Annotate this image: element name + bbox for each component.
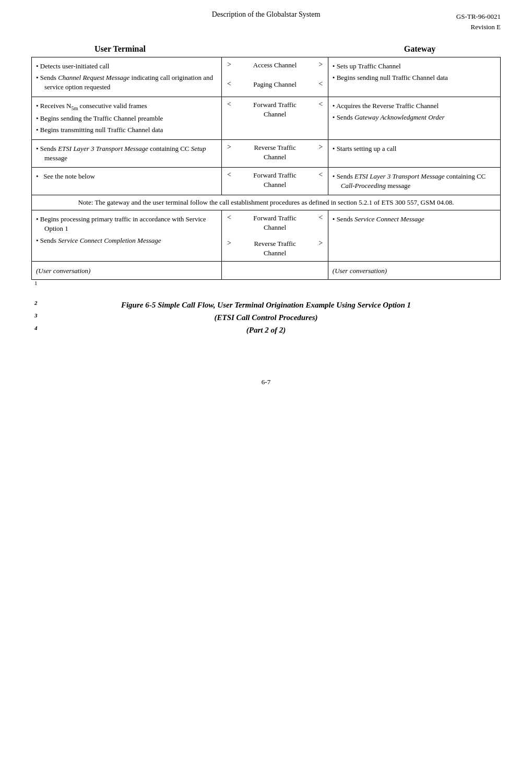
user-label: User Terminal	[94, 44, 146, 53]
user-bullets-5: See the note below	[36, 171, 217, 182]
ref-line1: GS-TR-96-0021	[456, 13, 501, 20]
user-bullets-4: Sends ETSI Layer 3 Transport Message con…	[36, 143, 217, 164]
ref-line2: Revision E	[471, 23, 501, 31]
arrow-left-3: <	[222, 97, 237, 133]
list-item: Receives N5m consecutive valid frames	[36, 100, 217, 113]
list-item: See the note below	[36, 171, 217, 182]
channel-label-b1: Forward TrafficChannel	[237, 210, 314, 236]
channel-label-b2: Reverse TrafficChannel	[237, 236, 314, 262]
middle-spacer	[209, 44, 339, 54]
page-num-text: 6-7	[262, 378, 270, 386]
list-item: Sends Service Connect Message	[333, 214, 496, 225]
user-cell-4: Sends ETSI Layer 3 Transport Message con…	[32, 139, 222, 167]
list-item: Sends ETSI Layer 3 Transport Message con…	[36, 143, 217, 164]
user-bullets-3: Receives N5m consecutive valid frames Be…	[36, 100, 217, 136]
gateway-label: Gateway	[404, 44, 435, 53]
line-number-1: 1	[34, 280, 38, 286]
table-row: Receives N5m consecutive valid frames Be…	[32, 97, 501, 133]
user-terminal-header: User Terminal	[31, 44, 209, 54]
arrow-right-1: >	[314, 57, 328, 77]
line-number-2: 2	[34, 299, 38, 308]
caption-line-2: (ETSI Call Control Procedures)	[31, 311, 501, 324]
note-cell: Note: The gateway and the user terminal …	[32, 195, 501, 210]
line-num-container: 1	[31, 280, 501, 289]
arrow-right-b1: <	[314, 210, 328, 236]
list-item: Detects user-initiated call	[36, 61, 217, 72]
table-row: (User conversation) (User conversation)	[32, 262, 501, 280]
list-item: Starts setting up a call	[333, 143, 496, 155]
line-number-3: 3	[34, 311, 38, 321]
channel-label-4: Reverse TrafficChannel	[237, 139, 314, 167]
gateway-bullets-3: Acquires the Reverse Traffic Channel Sen…	[333, 100, 496, 123]
user-cell-5: See the note below	[32, 167, 222, 195]
note-row: Note: The gateway and the user terminal …	[32, 195, 501, 210]
list-item: Sends Gateway Acknowledgment Order	[333, 112, 496, 123]
arrow-right-3: <	[314, 97, 328, 133]
caption-line-1: Figure 6-5 Simple Call Flow, User Termin…	[31, 299, 501, 311]
arrow-right-5: <	[314, 167, 328, 195]
caption-line-3: (Part 2 of 2)	[31, 324, 501, 336]
gateway-cell-b1: Sends Service Connect Message	[328, 210, 500, 262]
arrow-left-b2: >	[222, 236, 237, 262]
list-item: Sets up Traffic Channel	[333, 61, 496, 72]
channel-text-b1: Forward TrafficChannel	[241, 214, 310, 232]
list-item: Acquires the Reverse Traffic Channel	[333, 100, 496, 112]
gateway-cell-1: Sets up Traffic Channel Begins sending n…	[328, 57, 500, 97]
channel-label-3: Forward TrafficChannel	[237, 97, 314, 133]
list-item: Begins sending null Traffic Channel data	[333, 72, 496, 84]
table-row: Sends ETSI Layer 3 Transport Message con…	[32, 139, 501, 167]
gateway-cell-3: Acquires the Reverse Traffic Channel Sen…	[328, 97, 500, 139]
user-cell-b1: Begins processing primary traffic in acc…	[32, 210, 222, 262]
gateway-cell-4: Starts setting up a call	[328, 139, 500, 167]
arrow-left-2: <	[222, 77, 237, 97]
gateway-bullets-1: Sets up Traffic Channel Begins sending n…	[333, 61, 496, 84]
channel-text-b2: Reverse TrafficChannel	[241, 239, 310, 258]
list-item: Begins transmitting null Traffic Channel…	[36, 124, 217, 136]
channel-text-2: Paging Channel	[241, 80, 310, 89]
gateway-cell-5: Sends ETSI Layer 3 Transport Message con…	[328, 167, 500, 195]
arrow-left-4: >	[222, 139, 237, 167]
page-number: 6-7	[31, 378, 501, 386]
gateway-bullets-5: Sends ETSI Layer 3 Transport Message con…	[333, 171, 496, 192]
user-convo-text: (User conversation)	[36, 265, 217, 276]
arrow-left-1: >	[222, 57, 237, 77]
user-cell-3: Receives N5m consecutive valid frames Be…	[32, 97, 222, 139]
list-item: Sends ETSI Layer 3 Transport Message con…	[333, 171, 496, 192]
list-item: Begins processing primary traffic in acc…	[36, 214, 217, 234]
list-item: Sends Channel Request Message indicating…	[36, 72, 217, 93]
table-row: Begins processing primary traffic in acc…	[32, 210, 501, 236]
page: Description of the Globalstar System GS-…	[0, 0, 532, 779]
line-number-4: 4	[34, 324, 38, 333]
title-text: Description of the Globalstar System	[212, 10, 321, 18]
user-bullets-1: Detects user-initiated call Sends Channe…	[36, 61, 217, 93]
gateway-convo-text: (User conversation)	[333, 265, 496, 276]
channel-text-1: Access Channel	[241, 61, 310, 70]
user-cell-1: Detects user-initiated call Sends Channe…	[32, 57, 222, 97]
list-item: Sends Service Connect Completion Message	[36, 235, 217, 246]
spacer-cell	[222, 133, 328, 139]
table-row: Detects user-initiated call Sends Channe…	[32, 57, 501, 77]
arrow-left-5: <	[222, 167, 237, 195]
note-text: Note: The gateway and the user terminal …	[78, 198, 454, 206]
gateway-bullets-4: Starts setting up a call	[333, 143, 496, 155]
channel-label-1: Access Channel	[237, 57, 314, 77]
table-row: See the note below < Forward TrafficChan…	[32, 167, 501, 195]
arrow-right-2: <	[314, 77, 328, 97]
user-convo-cell: (User conversation)	[32, 262, 222, 280]
channel-text-4: Reverse TrafficChannel	[241, 143, 310, 162]
figure-caption: 2 Figure 6-5 Simple Call Flow, User Term…	[31, 299, 501, 336]
column-headers: User Terminal Gateway	[31, 44, 501, 54]
channel-label-2: Paging Channel	[237, 77, 314, 97]
channel-label-5: Forward TrafficChannel	[237, 167, 314, 195]
channel-text-3: Forward TrafficChannel	[241, 100, 310, 119]
list-item: Begins sending the Traffic Channel pream…	[36, 113, 217, 124]
gateway-bullets-b1: Sends Service Connect Message	[333, 214, 496, 225]
arrow-left-b1: <	[222, 210, 237, 236]
gateway-header: Gateway	[339, 44, 501, 54]
gateway-convo-cell: (User conversation)	[328, 262, 500, 280]
channel-text-5: Forward TrafficChannel	[241, 171, 310, 190]
main-flow-table: Detects user-initiated call Sends Channe…	[31, 57, 501, 280]
middle-convo	[222, 262, 328, 280]
arrow-right-b2: >	[314, 236, 328, 262]
user-bullets-b1: Begins processing primary traffic in acc…	[36, 214, 217, 246]
